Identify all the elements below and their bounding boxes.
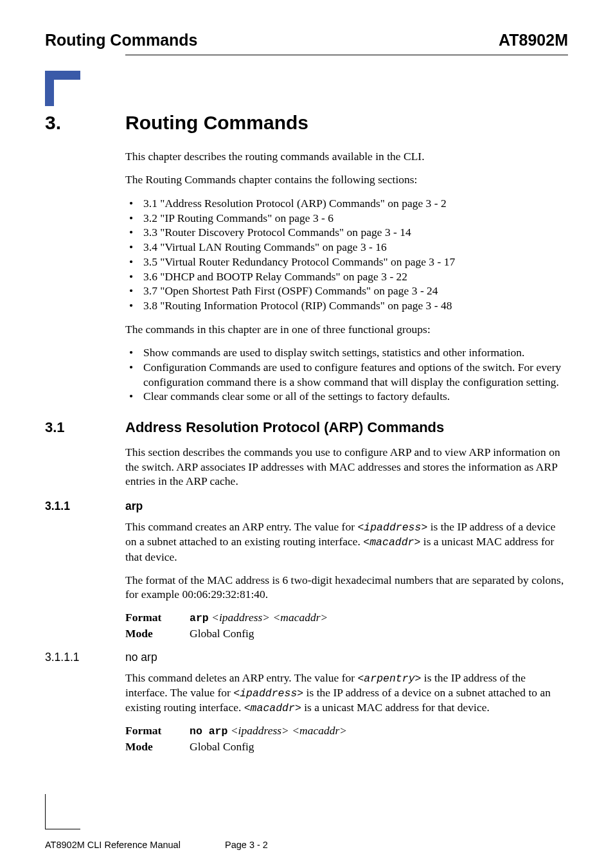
toc-item[interactable]: 3.8 "Routing Information Protocol (RIP) …	[125, 298, 568, 313]
no-arp-desc: This command deletes an ARP entry. The v…	[125, 671, 568, 715]
subsubsection-title: no arp	[125, 651, 157, 664]
toc-item[interactable]: 3.3 "Router Discovery Protocol Commands"…	[125, 225, 568, 240]
format-label: Format	[125, 611, 190, 624]
param-macaddr: <macaddr>	[363, 536, 420, 548]
footer-page-number: Page 3 - 2	[225, 840, 568, 850]
list-item: Configuration Commands are used to confi…	[125, 360, 568, 390]
format-label: Format	[125, 724, 190, 737]
subsection-title: arp	[125, 500, 143, 513]
cmd-args: <ipaddress> <macaddr>	[227, 724, 347, 737]
list-item: Clear commands clear some or all of the …	[125, 389, 568, 404]
mode-value: Global Config	[190, 627, 568, 640]
param-ipaddress: <ipaddress>	[233, 687, 303, 700]
toc-list: 3.1 "Address Resolution Protocol (ARP) C…	[125, 196, 568, 313]
subsection-number: 3.1.1	[45, 500, 125, 513]
subsubsection-number: 3.1.1.1	[45, 651, 125, 664]
section-title: Address Resolution Protocol (ARP) Comman…	[125, 419, 444, 436]
cmd-args: <ipaddress> <macaddr>	[209, 611, 328, 624]
groups-intro: The commands in this chapter are in one …	[125, 322, 568, 336]
toc-item[interactable]: 3.1 "Address Resolution Protocol (ARP) C…	[125, 196, 568, 211]
chapter-intro-2: The Routing Commands chapter contains th…	[125, 172, 568, 186]
chapter-number: 3.	[45, 112, 125, 134]
functional-groups-list: Show commands are used to display switch…	[125, 345, 568, 404]
format-value: arp <ipaddress> <macaddr>	[190, 611, 568, 624]
cmd-keyword: arp	[190, 612, 209, 624]
toc-item[interactable]: 3.6 "DHCP and BOOTP Relay Commands" on p…	[125, 269, 568, 284]
header-rule	[125, 55, 568, 55]
decorative-corner-top-icon	[45, 71, 80, 106]
decorative-corner-bottom-icon	[45, 794, 80, 829]
cmd-keyword: no arp	[190, 725, 227, 737]
format-value: no arp <ipaddress> <macaddr>	[190, 724, 568, 737]
running-header-right: AT8902M	[499, 31, 568, 50]
toc-item[interactable]: 3.5 "Virtual Router Redundancy Protocol …	[125, 255, 568, 269]
param-arpentry: <arpentry>	[357, 673, 421, 685]
list-item: Show commands are used to display switch…	[125, 345, 568, 360]
toc-item[interactable]: 3.2 "IP Routing Commands" on page 3 - 6	[125, 211, 568, 226]
toc-item[interactable]: 3.4 "Virtual LAN Routing Commands" on pa…	[125, 240, 568, 255]
chapter-intro-1: This chapter describes the routing comma…	[125, 149, 568, 163]
section-number: 3.1	[45, 419, 125, 436]
mode-value: Global Config	[190, 740, 568, 754]
mode-label: Mode	[125, 627, 190, 640]
section-desc: This section describes the commands you …	[125, 445, 568, 488]
footer-left: AT8902M CLI Reference Manual	[45, 840, 225, 850]
running-header-left: Routing Commands	[45, 31, 198, 50]
mode-label: Mode	[125, 740, 190, 754]
arp-desc-1: This command creates an ARP entry. The v…	[125, 520, 568, 564]
param-ipaddress: <ipaddress>	[357, 521, 427, 534]
toc-item[interactable]: 3.7 "Open Shortest Path First (OSPF) Com…	[125, 284, 568, 298]
arp-desc-2: The format of the MAC address is 6 two-d…	[125, 573, 568, 602]
param-macaddr: <macaddr>	[244, 702, 301, 714]
chapter-title: Routing Commands	[125, 112, 308, 134]
